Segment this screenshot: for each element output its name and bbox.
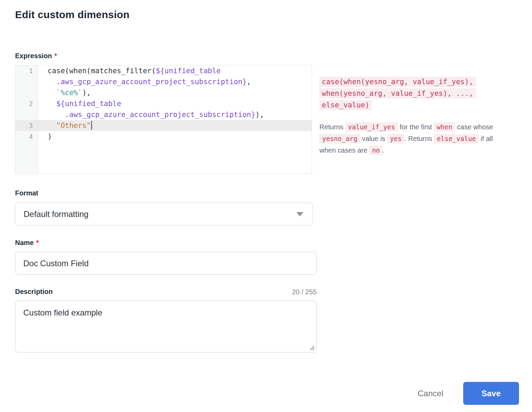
cancel-button[interactable]: Cancel — [409, 384, 452, 403]
code-segment — [48, 100, 56, 108]
code-segment: .aws_gcp_azure_account_project_subscript… — [65, 111, 255, 119]
inline-code-chip: value_if_yes — [345, 122, 398, 132]
inline-code-chip: yes — [387, 134, 404, 143]
expression-line: 4 ) — [15, 131, 312, 142]
code-segment: ), — [255, 111, 264, 119]
code-segment: .aws_gcp_azure_account_project_subscript… — [56, 78, 246, 86]
page-title: Edit custom dimension — [15, 9, 129, 21]
char-counter: 20 / 255 — [292, 288, 317, 296]
function-docs-panel: case(when(yesno_arg, value_if_yes), when… — [319, 76, 500, 156]
inline-code-chip: no — [369, 145, 383, 155]
code-segment — [48, 78, 56, 86]
inline-code-chip: when — [434, 122, 455, 132]
expression-empty-area — [15, 142, 312, 173]
expression-line: 1 case(when(matches_filter(${unified_tab… — [15, 65, 312, 76]
expression-line: `%ce%`), — [15, 87, 312, 98]
expression-line-active: 3 "Others" — [15, 120, 312, 131]
format-select[interactable]: Default formatting — [15, 203, 313, 226]
text-cursor — [91, 121, 92, 130]
code-segment: , — [247, 78, 251, 86]
required-asterisk: * — [54, 52, 57, 60]
function-description: Returns value_if_yes for the first when … — [319, 121, 500, 156]
line-number — [15, 109, 38, 120]
code-segment: case(when(matches_filter( — [48, 67, 156, 75]
inline-code-chip: yesno_arg — [319, 134, 360, 143]
line-number — [15, 87, 38, 98]
expression-label: Expression* — [15, 52, 57, 60]
code-segment: "Others" — [56, 121, 91, 130]
required-asterisk: * — [36, 239, 39, 246]
code-segment — [48, 89, 56, 97]
code-segment: ${unified_table — [56, 100, 121, 108]
expression-line: .aws_gcp_azure_account_project_subscript… — [15, 76, 312, 87]
line-number: 1 — [15, 65, 38, 76]
line-number: 4 — [15, 131, 38, 142]
save-button[interactable]: Save — [463, 382, 519, 405]
code-segment: `%ce%` — [56, 89, 82, 97]
name-input[interactable] — [15, 252, 317, 275]
chevron-down-icon[interactable] — [296, 212, 303, 216]
line-number — [15, 76, 38, 87]
selected-format-value: Default formatting — [24, 209, 88, 219]
code-segment — [48, 111, 65, 119]
format-label: Format — [15, 189, 38, 197]
inline-code-chip: else_value — [434, 134, 479, 143]
line-number: 2 — [15, 98, 38, 109]
expression-line: 2 ${unified_table — [15, 98, 312, 109]
expression-editor[interactable]: 1 case(when(matches_filter(${unified_tab… — [15, 65, 312, 174]
description-textarea[interactable]: Custom field example — [15, 300, 317, 352]
line-number: 3 — [15, 120, 38, 131]
code-segment — [48, 121, 56, 130]
function-signature: case(when(yesno_arg, value_if_yes), when… — [319, 76, 483, 111]
code-segment: ), — [82, 89, 91, 97]
code-segment: ) — [48, 132, 52, 141]
code-segment: ${unified_table — [156, 67, 221, 75]
expression-line: .aws_gcp_azure_account_project_subscript… — [15, 109, 312, 120]
resize-handle-icon[interactable] — [309, 345, 315, 351]
description-label: Description — [15, 288, 53, 296]
name-label: Name* — [15, 239, 39, 247]
